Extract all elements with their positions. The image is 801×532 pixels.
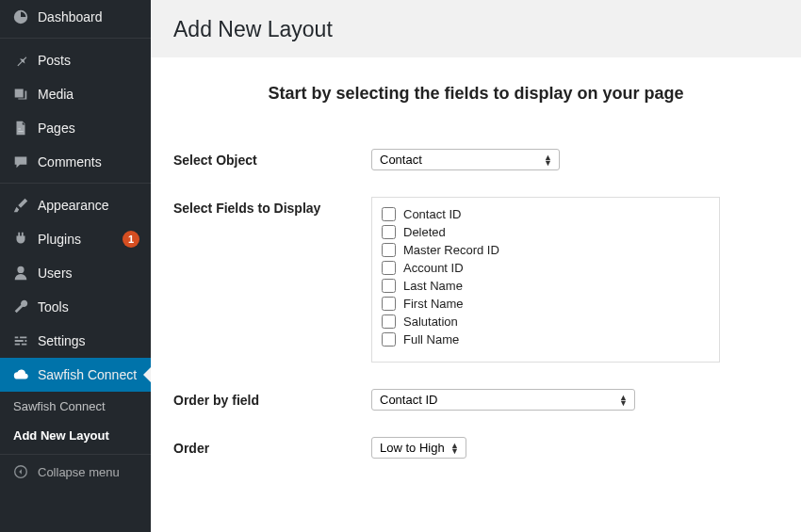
sidebar-item-appearance[interactable]: Appearance (0, 188, 151, 222)
sidebar-item-label: Tools (38, 299, 139, 314)
field-label: Contact ID (403, 207, 461, 221)
field-checkbox[interactable] (382, 207, 396, 221)
field-checkbox[interactable] (382, 243, 396, 257)
label-order: Order (173, 437, 371, 456)
field-label: Full Name (403, 332, 459, 347)
sidebar-item-plugins[interactable]: Plugins 1 (0, 222, 151, 256)
sidebar-item-label: Settings (38, 333, 139, 348)
row-order-by: Order by field Contact ID ▲▼ (173, 389, 778, 411)
sidebar-item-label: Comments (38, 154, 139, 169)
sidebar-item-label: Dashboard (38, 9, 139, 24)
sidebar-item-sawfish-connect[interactable]: Sawfish Connect (0, 358, 151, 392)
row-order: Order Low to High ▲▼ (173, 437, 778, 459)
sidebar-item-label: Pages (38, 121, 139, 136)
field-checkbox[interactable] (382, 225, 396, 239)
page-header: Add New Layout (151, 0, 801, 57)
media-icon (11, 85, 30, 104)
content-area: Start by selecting the fields to display… (151, 57, 801, 532)
sidebar-subitem-sawfish[interactable]: Sawfish Connect (0, 392, 151, 421)
user-icon (11, 264, 30, 282)
page-title: Add New Layout (173, 17, 778, 42)
field-row[interactable]: First Name (382, 295, 710, 313)
sidebar-item-users[interactable]: Users (0, 256, 151, 290)
collapse-icon (11, 462, 30, 481)
wrench-icon (11, 298, 30, 316)
plug-icon (11, 230, 30, 249)
field-checkbox[interactable] (382, 279, 396, 293)
sidebar-item-settings[interactable]: Settings (0, 324, 151, 358)
field-row[interactable]: Last Name (382, 277, 710, 295)
order-dropdown[interactable]: Low to High (371, 437, 466, 459)
field-row[interactable]: Full Name (382, 330, 710, 348)
row-select-fields: Select Fields to Display Contact ID Dele… (173, 197, 778, 363)
brush-icon (11, 196, 30, 215)
field-label: Master Record ID (403, 243, 499, 257)
field-checkbox[interactable] (382, 261, 396, 275)
order-by-dropdown[interactable]: Contact ID (371, 389, 635, 411)
field-label: Last Name (403, 279, 463, 293)
sidebar-subitem-add-new-layout[interactable]: Add New Layout (0, 421, 151, 450)
admin-sidebar: Dashboard Posts Media Pages Comments App… (0, 0, 151, 532)
cloud-icon (11, 365, 30, 384)
field-row[interactable]: Account ID (382, 259, 710, 277)
sidebar-item-label: Appearance (38, 198, 139, 213)
sliders-icon (11, 331, 30, 350)
sidebar-item-label: Sawfish Connect (38, 367, 139, 382)
pages-icon (11, 119, 30, 137)
collapse-menu-button[interactable]: Collapse menu (0, 454, 151, 489)
fields-scrollbox[interactable]: Contact ID Deleted Master Record ID Acco… (371, 197, 720, 363)
field-row[interactable]: Salutation (382, 313, 710, 330)
sidebar-item-label: Plugins (38, 232, 117, 247)
label-select-object: Select Object (173, 149, 371, 168)
dashboard-icon (11, 8, 30, 26)
field-checkbox[interactable] (382, 332, 396, 347)
pin-icon (11, 51, 30, 70)
sidebar-item-label: Users (38, 266, 139, 281)
select-object-dropdown[interactable]: Contact (371, 149, 560, 170)
label-select-fields: Select Fields to Display (173, 197, 371, 216)
sidebar-item-pages[interactable]: Pages (0, 111, 151, 145)
collapse-label: Collapse menu (38, 465, 139, 479)
sidebar-item-tools[interactable]: Tools (0, 290, 151, 324)
update-badge: 1 (123, 231, 139, 248)
comment-icon (11, 153, 30, 171)
field-checkbox[interactable] (382, 297, 396, 311)
field-row[interactable]: Master Record ID (382, 241, 710, 259)
label-order-by: Order by field (173, 389, 371, 408)
sidebar-item-label: Posts (38, 53, 139, 68)
sidebar-item-dashboard[interactable]: Dashboard (0, 0, 151, 34)
field-row[interactable]: Deleted (382, 223, 710, 241)
field-checkbox[interactable] (382, 314, 396, 329)
row-select-object: Select Object Contact ▲▼ (173, 149, 778, 170)
sidebar-item-posts[interactable]: Posts (0, 43, 151, 77)
field-row[interactable]: Contact ID (382, 205, 710, 223)
sidebar-item-media[interactable]: Media (0, 77, 151, 111)
sidebar-item-comments[interactable]: Comments (0, 145, 151, 179)
intro-heading: Start by selecting the fields to display… (173, 84, 778, 104)
main-content: Add New Layout Start by selecting the fi… (151, 0, 801, 532)
field-label: Deleted (403, 225, 446, 239)
field-label: Account ID (403, 261, 464, 275)
sidebar-item-label: Media (38, 87, 139, 102)
field-label: Salutation (403, 314, 458, 329)
field-label: First Name (403, 297, 464, 311)
